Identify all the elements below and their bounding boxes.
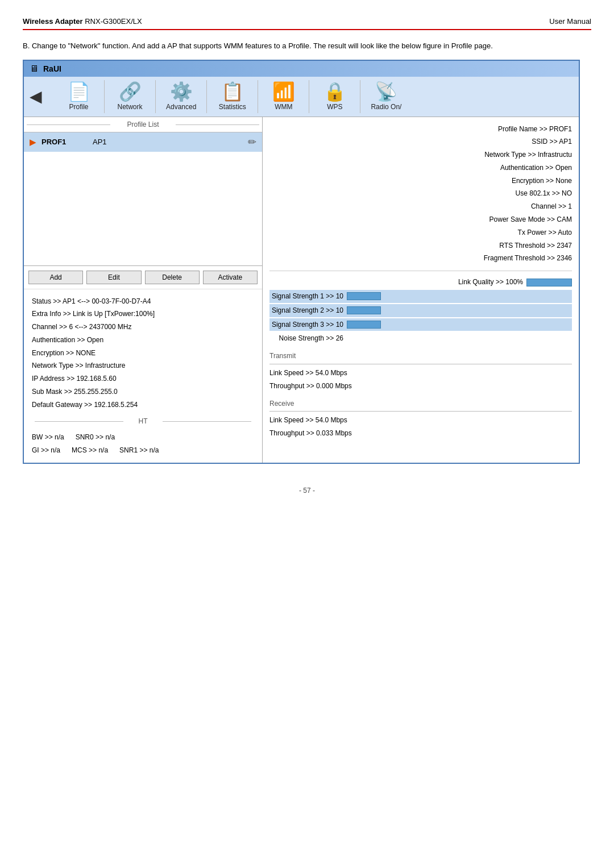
toolbar-profile[interactable]: 📄 Profile xyxy=(53,80,105,113)
profile-label: Profile xyxy=(69,103,88,111)
ip-line: IP Address >> 192.168.5.60 xyxy=(32,372,254,385)
toolbar-wps[interactable]: 🔒 WPS xyxy=(309,80,360,113)
network-label: Network xyxy=(117,103,142,111)
wmm-label: WMM xyxy=(275,103,292,111)
back-button[interactable]: ◀ xyxy=(30,87,42,106)
action-buttons: Add Edit Delete Activate xyxy=(24,265,262,289)
detail-ssid: SSID >> AP1 xyxy=(269,135,572,148)
detail-tx-power: Tx Power >> Auto xyxy=(269,226,572,239)
noise-strength-row: Noise Strength >> 26 xyxy=(269,332,572,345)
header-manual: User Manual xyxy=(549,17,591,26)
ht-row2: GI >> n/a MCS >> n/a SNR1 >> n/a xyxy=(32,444,254,457)
signal-strength-3-row: Signal Strength 3 >> 10 xyxy=(269,318,572,331)
product-model: RNX-G300EX/LX xyxy=(85,17,142,26)
main-content: Profile List ▶ PROF1 AP1 ✏ Add Edit Dele… xyxy=(24,117,579,463)
table-row[interactable]: ▶ PROF1 AP1 ✏ xyxy=(24,132,262,152)
raui-window: 🖥 RaUI ◀ 📄 Profile 🔗 Network ⚙️ Advanced… xyxy=(23,60,580,464)
add-button[interactable]: Add xyxy=(28,271,83,284)
status-line: Status >> AP1 <--> 00-03-7F-00-D7-A4 xyxy=(32,295,254,308)
status-area: Status >> AP1 <--> 00-03-7F-00-D7-A4 Ext… xyxy=(24,289,262,463)
delete-button[interactable]: Delete xyxy=(145,271,200,284)
radio-icon: 📡 xyxy=(375,82,397,101)
detail-channel: Channel >> 1 xyxy=(269,200,572,213)
ht-gi: GI >> n/a xyxy=(32,444,60,457)
network-type-line: Network Type >> Infrastructure xyxy=(32,359,254,372)
signal-bar-2 xyxy=(347,306,381,314)
page-number: - 57 - xyxy=(299,487,315,495)
gateway-line: Default Gateway >> 192.168.5.254 xyxy=(32,398,254,412)
header-product: Wireless Adapter RNX-G300EX/LX xyxy=(23,17,142,26)
ht-row: BW >> n/a SNR0 >> n/a xyxy=(32,431,254,444)
page: Wireless Adapter RNX-G300EX/LX User Manu… xyxy=(0,0,614,512)
edit-button[interactable]: Edit xyxy=(86,271,141,284)
receive-header: Receive xyxy=(269,397,572,412)
signal-strength-3-label: Signal Strength 3 >> 10 xyxy=(269,318,343,331)
wps-label: WPS xyxy=(327,103,342,111)
encryption-line: Encryption >> NONE xyxy=(32,347,254,360)
channel-line: Channel >> 6 <--> 2437000 MHz xyxy=(32,321,254,334)
left-panel: Profile List ▶ PROF1 AP1 ✏ Add Edit Dele… xyxy=(24,117,263,463)
statistics-label: Statistics xyxy=(219,103,246,111)
toolbar-network[interactable]: 🔗 Network xyxy=(105,80,156,113)
wmm-icon: 📶 xyxy=(272,82,295,101)
signal-bar-2-container xyxy=(347,306,381,314)
edit-pen-icon[interactable]: ✏ xyxy=(248,136,256,148)
wps-icon: 🔒 xyxy=(323,82,346,101)
submask-line: Sub Mask >> 255.255.255.0 xyxy=(32,385,254,398)
ht-bw: BW >> n/a xyxy=(32,431,64,444)
profile-list-header: Profile List xyxy=(24,117,262,132)
raui-titlebar: 🖥 RaUI xyxy=(24,61,579,77)
signal-bar-1 xyxy=(347,292,381,300)
profile-details: Profile Name >> PROF1 SSID >> AP1 Networ… xyxy=(269,123,572,265)
transmit-throughput: Throughput >> 0.000 Mbps xyxy=(269,380,572,393)
active-arrow: ▶ xyxy=(30,138,36,147)
profile-table: ▶ PROF1 AP1 ✏ xyxy=(24,132,262,152)
receive-throughput: Throughput >> 0.033 Mbps xyxy=(269,427,572,440)
link-quality-row: Link Quality >> 100% xyxy=(269,276,572,289)
detail-fragment: Fragment Threshold >> 2346 xyxy=(269,252,572,265)
signal-strength-1-row: Signal Strength 1 >> 10 xyxy=(269,290,572,303)
receive-link-speed: Link Speed >> 54.0 Mbps xyxy=(269,414,572,427)
product-bold: Wireless Adapter xyxy=(23,17,83,26)
profile-name-cell: PROF1 xyxy=(42,138,87,146)
signal-strength-1-label: Signal Strength 1 >> 10 xyxy=(269,290,343,303)
transmit-link-speed: Link Speed >> 54.0 Mbps xyxy=(269,367,572,380)
intro-text: B. Change to "Network" function. And add… xyxy=(23,40,591,52)
toolbar-statistics[interactable]: 📋 Statistics xyxy=(207,80,258,113)
ht-snr1: SNR1 >> n/a xyxy=(119,444,159,457)
noise-strength-label: Noise Strength >> 26 xyxy=(269,332,343,345)
ht-header: HT xyxy=(32,415,254,428)
toolbar-advanced[interactable]: ⚙️ Advanced xyxy=(156,80,207,113)
profile-ssid-cell: AP1 xyxy=(93,138,138,146)
transmit-section: Transmit Link Speed >> 54.0 Mbps Through… xyxy=(269,350,572,392)
link-quality-bar xyxy=(526,279,572,286)
profile-spacer xyxy=(24,152,262,265)
detail-encryption: Encryption >> None xyxy=(269,175,572,188)
network-icon: 🔗 xyxy=(119,82,142,101)
toolbar: ◀ 📄 Profile 🔗 Network ⚙️ Advanced 📋 Stat… xyxy=(24,77,579,117)
detail-network-type: Network Type >> Infrastructu xyxy=(269,148,572,161)
extra-info-line: Extra Info >> Link is Up [TxPower:100%] xyxy=(32,308,254,321)
detail-power-save: Power Save Mode >> CAM xyxy=(269,213,572,226)
auth-line: Authentication >> Open xyxy=(32,334,254,347)
statistics-icon: 📋 xyxy=(221,82,244,101)
page-footer: - 57 - xyxy=(23,487,591,495)
detail-use802: Use 802.1x >> NO xyxy=(269,187,572,200)
toolbar-wmm[interactable]: 📶 WMM xyxy=(258,80,309,113)
radio-label: Radio On/ xyxy=(371,103,401,111)
raui-icon: 🖥 xyxy=(30,64,39,74)
advanced-label: Advanced xyxy=(166,103,196,111)
signal-bar-3 xyxy=(347,321,381,329)
signal-strength-2-label: Signal Strength 2 >> 10 xyxy=(269,304,343,317)
detail-rts: RTS Threshold >> 2347 xyxy=(269,239,572,252)
advanced-icon: ⚙️ xyxy=(170,82,193,101)
transmit-header: Transmit xyxy=(269,350,572,364)
signal-bar-3-container xyxy=(347,321,381,329)
toolbar-radio[interactable]: 📡 Radio On/ xyxy=(360,80,412,113)
activate-button[interactable]: Activate xyxy=(203,271,258,284)
ht-mcs: MCS >> n/a xyxy=(72,444,108,457)
right-panel: Profile Name >> PROF1 SSID >> AP1 Networ… xyxy=(263,117,579,463)
profile-icon: 📄 xyxy=(68,82,90,101)
ht-snr0: SNR0 >> n/a xyxy=(76,431,115,444)
raui-title: RaUI xyxy=(43,64,61,73)
